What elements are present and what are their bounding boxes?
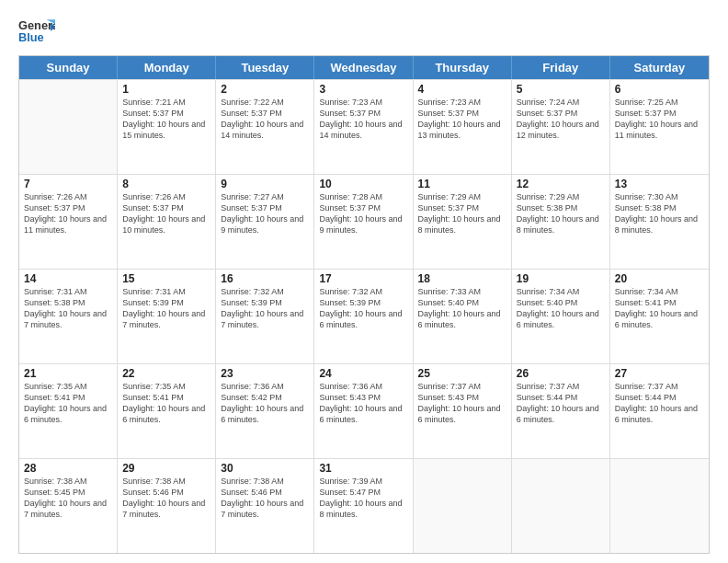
- day-info: Sunrise: 7:26 AM Sunset: 5:37 PM Dayligh…: [24, 191, 112, 236]
- day-number: 30: [221, 462, 309, 475]
- calendar-cell: 21Sunrise: 7:35 AM Sunset: 5:41 PM Dayli…: [19, 364, 118, 458]
- day-number: 6: [615, 83, 704, 96]
- calendar: SundayMondayTuesdayWednesdayThursdayFrid…: [18, 55, 710, 554]
- calendar-cell: 17Sunrise: 7:32 AM Sunset: 5:39 PM Dayli…: [314, 270, 413, 363]
- day-number: 20: [615, 272, 704, 285]
- calendar-cell: [512, 459, 610, 553]
- day-number: 3: [319, 83, 407, 96]
- calendar-cell: 3Sunrise: 7:23 AM Sunset: 5:37 PM Daylig…: [314, 80, 413, 174]
- day-info: Sunrise: 7:34 AM Sunset: 5:40 PM Dayligh…: [517, 286, 605, 331]
- header-day-monday: Monday: [118, 56, 216, 79]
- calendar-cell: 28Sunrise: 7:38 AM Sunset: 5:45 PM Dayli…: [19, 459, 118, 553]
- day-info: Sunrise: 7:31 AM Sunset: 5:39 PM Dayligh…: [122, 286, 210, 331]
- day-info: Sunrise: 7:36 AM Sunset: 5:42 PM Dayligh…: [221, 381, 309, 426]
- day-info: Sunrise: 7:36 AM Sunset: 5:43 PM Dayligh…: [319, 381, 407, 426]
- day-info: Sunrise: 7:35 AM Sunset: 5:41 PM Dayligh…: [122, 381, 210, 426]
- day-number: 17: [319, 272, 407, 285]
- day-number: 18: [418, 272, 506, 285]
- day-number: 1: [122, 83, 210, 96]
- day-info: Sunrise: 7:27 AM Sunset: 5:37 PM Dayligh…: [221, 191, 309, 236]
- calendar-cell: 29Sunrise: 7:38 AM Sunset: 5:46 PM Dayli…: [118, 459, 216, 553]
- svg-text:Blue: Blue: [18, 30, 44, 44]
- calendar-body: 1Sunrise: 7:21 AM Sunset: 5:37 PM Daylig…: [19, 79, 709, 553]
- calendar-cell: [19, 80, 118, 174]
- calendar-cell: [610, 459, 709, 553]
- calendar-cell: 2Sunrise: 7:22 AM Sunset: 5:37 PM Daylig…: [216, 80, 314, 174]
- calendar-week-1: 1Sunrise: 7:21 AM Sunset: 5:37 PM Daylig…: [19, 79, 709, 174]
- header-day-friday: Friday: [512, 56, 610, 79]
- calendar-week-4: 21Sunrise: 7:35 AM Sunset: 5:41 PM Dayli…: [19, 363, 709, 458]
- day-number: 4: [418, 83, 506, 96]
- day-info: Sunrise: 7:38 AM Sunset: 5:46 PM Dayligh…: [122, 476, 210, 521]
- day-number: 29: [122, 462, 210, 475]
- calendar-cell: 6Sunrise: 7:25 AM Sunset: 5:37 PM Daylig…: [610, 80, 709, 174]
- calendar-cell: 25Sunrise: 7:37 AM Sunset: 5:43 PM Dayli…: [414, 364, 512, 458]
- day-number: 23: [221, 367, 309, 380]
- day-number: 19: [517, 272, 605, 285]
- day-number: 14: [24, 272, 112, 285]
- day-info: Sunrise: 7:38 AM Sunset: 5:46 PM Dayligh…: [221, 476, 309, 521]
- header-day-saturday: Saturday: [610, 56, 709, 79]
- day-number: 11: [418, 178, 506, 190]
- calendar-cell: 9Sunrise: 7:27 AM Sunset: 5:37 PM Daylig…: [216, 175, 314, 269]
- day-number: 27: [615, 367, 704, 380]
- day-info: Sunrise: 7:35 AM Sunset: 5:41 PM Dayligh…: [24, 381, 112, 426]
- calendar-cell: 31Sunrise: 7:39 AM Sunset: 5:47 PM Dayli…: [314, 459, 413, 553]
- calendar-cell: 19Sunrise: 7:34 AM Sunset: 5:40 PM Dayli…: [512, 270, 610, 363]
- calendar-cell: 22Sunrise: 7:35 AM Sunset: 5:41 PM Dayli…: [118, 364, 216, 458]
- calendar-cell: 27Sunrise: 7:37 AM Sunset: 5:44 PM Dayli…: [610, 364, 709, 458]
- day-number: 13: [615, 178, 704, 190]
- day-number: 24: [319, 367, 407, 380]
- day-info: Sunrise: 7:21 AM Sunset: 5:37 PM Dayligh…: [122, 97, 210, 142]
- day-info: Sunrise: 7:30 AM Sunset: 5:38 PM Dayligh…: [615, 191, 704, 236]
- header-day-sunday: Sunday: [19, 56, 118, 79]
- day-number: 22: [122, 367, 210, 380]
- header-day-wednesday: Wednesday: [314, 56, 413, 79]
- calendar-cell: 8Sunrise: 7:26 AM Sunset: 5:37 PM Daylig…: [118, 175, 216, 269]
- day-info: Sunrise: 7:38 AM Sunset: 5:45 PM Dayligh…: [24, 476, 112, 521]
- logo-icon: General Blue: [18, 17, 55, 46]
- day-number: 31: [319, 462, 407, 475]
- day-info: Sunrise: 7:37 AM Sunset: 5:44 PM Dayligh…: [517, 381, 605, 426]
- day-number: 21: [24, 367, 112, 380]
- day-info: Sunrise: 7:37 AM Sunset: 5:44 PM Dayligh…: [615, 381, 704, 426]
- calendar-week-5: 28Sunrise: 7:38 AM Sunset: 5:45 PM Dayli…: [19, 458, 709, 553]
- day-info: Sunrise: 7:24 AM Sunset: 5:37 PM Dayligh…: [517, 97, 605, 142]
- calendar-cell: 26Sunrise: 7:37 AM Sunset: 5:44 PM Dayli…: [512, 364, 610, 458]
- calendar-header: SundayMondayTuesdayWednesdayThursdayFrid…: [19, 56, 709, 79]
- day-number: 9: [221, 178, 309, 190]
- day-info: Sunrise: 7:31 AM Sunset: 5:38 PM Dayligh…: [24, 286, 112, 331]
- day-number: 28: [24, 462, 112, 475]
- day-number: 26: [517, 367, 605, 380]
- page: General Blue SundayMondayTuesdayWednesda…: [0, 0, 728, 563]
- calendar-cell: 12Sunrise: 7:29 AM Sunset: 5:38 PM Dayli…: [512, 175, 610, 269]
- day-info: Sunrise: 7:29 AM Sunset: 5:38 PM Dayligh…: [517, 191, 605, 236]
- calendar-cell: 14Sunrise: 7:31 AM Sunset: 5:38 PM Dayli…: [19, 270, 118, 363]
- header-day-tuesday: Tuesday: [216, 56, 314, 79]
- calendar-cell: 13Sunrise: 7:30 AM Sunset: 5:38 PM Dayli…: [610, 175, 709, 269]
- calendar-cell: 4Sunrise: 7:23 AM Sunset: 5:37 PM Daylig…: [414, 80, 512, 174]
- day-number: 2: [221, 83, 309, 96]
- day-info: Sunrise: 7:25 AM Sunset: 5:37 PM Dayligh…: [615, 97, 704, 142]
- calendar-cell: 20Sunrise: 7:34 AM Sunset: 5:41 PM Dayli…: [610, 270, 709, 363]
- calendar-cell: 30Sunrise: 7:38 AM Sunset: 5:46 PM Dayli…: [216, 459, 314, 553]
- calendar-week-2: 7Sunrise: 7:26 AM Sunset: 5:37 PM Daylig…: [19, 174, 709, 269]
- day-info: Sunrise: 7:23 AM Sunset: 5:37 PM Dayligh…: [319, 97, 407, 142]
- calendar-cell: 24Sunrise: 7:36 AM Sunset: 5:43 PM Dayli…: [314, 364, 413, 458]
- day-info: Sunrise: 7:32 AM Sunset: 5:39 PM Dayligh…: [319, 286, 407, 331]
- header-day-thursday: Thursday: [414, 56, 512, 79]
- day-number: 15: [122, 272, 210, 285]
- calendar-cell: 7Sunrise: 7:26 AM Sunset: 5:37 PM Daylig…: [19, 175, 118, 269]
- calendar-cell: 10Sunrise: 7:28 AM Sunset: 5:37 PM Dayli…: [314, 175, 413, 269]
- header: General Blue: [18, 17, 710, 46]
- calendar-cell: 5Sunrise: 7:24 AM Sunset: 5:37 PM Daylig…: [512, 80, 610, 174]
- day-number: 12: [517, 178, 605, 190]
- day-info: Sunrise: 7:37 AM Sunset: 5:43 PM Dayligh…: [418, 381, 506, 426]
- day-info: Sunrise: 7:22 AM Sunset: 5:37 PM Dayligh…: [221, 97, 309, 142]
- calendar-cell: [414, 459, 512, 553]
- day-info: Sunrise: 7:26 AM Sunset: 5:37 PM Dayligh…: [122, 191, 210, 236]
- calendar-cell: 16Sunrise: 7:32 AM Sunset: 5:39 PM Dayli…: [216, 270, 314, 363]
- calendar-cell: 11Sunrise: 7:29 AM Sunset: 5:37 PM Dayli…: [414, 175, 512, 269]
- day-number: 7: [24, 178, 112, 190]
- day-info: Sunrise: 7:33 AM Sunset: 5:40 PM Dayligh…: [418, 286, 506, 331]
